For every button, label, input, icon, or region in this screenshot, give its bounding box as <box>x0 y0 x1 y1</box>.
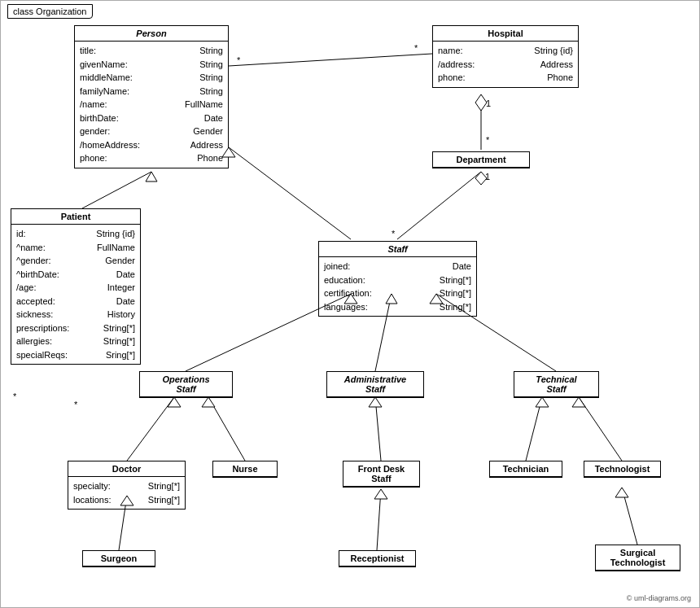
copyright: © uml-diagrams.org <box>627 594 691 602</box>
class-staff-name: Staff <box>319 242 476 257</box>
svg-text:1: 1 <box>486 98 491 108</box>
class-receptionist-name: Receptionist <box>339 551 415 566</box>
svg-text:*: * <box>414 43 418 53</box>
class-hospital-name: Hospital <box>433 26 578 42</box>
class-person-attrs: title:String givenName:String middleName… <box>75 42 228 168</box>
class-patient-name: Patient <box>11 209 140 225</box>
class-patient: Patient id:String {id} ^name:FullName ^g… <box>11 208 141 365</box>
class-doctor: Doctor specialty:String[*] locations:Str… <box>68 461 186 510</box>
class-hospital: Hospital name:String {id} /address:Addre… <box>432 25 579 88</box>
class-administrative-staff: AdministrativeStaff <box>326 371 424 398</box>
class-front-desk-staff-name: Front DeskStaff <box>343 461 419 487</box>
diagram-container: class Organization Person title:String g… <box>0 0 700 608</box>
class-operations-staff-name: OperationsStaff <box>140 372 232 397</box>
class-technician-name: Technician <box>490 461 562 477</box>
svg-text:1: 1 <box>485 172 490 182</box>
svg-line-10 <box>397 172 481 239</box>
class-doctor-attrs: specialty:String[*] locations:String[*] <box>68 477 185 509</box>
class-staff: Staff joined:Date education:String[*] ce… <box>318 241 477 317</box>
class-technologist-name: Technologist <box>584 461 660 477</box>
class-patient-attrs: id:String {id} ^name:FullName ^gender:Ge… <box>11 225 140 364</box>
class-operations-staff: OperationsStaff <box>139 371 233 398</box>
class-technologist: Technologist <box>584 461 661 478</box>
svg-marker-40 <box>615 488 628 497</box>
class-department: Department <box>432 151 530 168</box>
svg-marker-32 <box>536 397 549 407</box>
class-department-name: Department <box>433 152 529 168</box>
class-staff-attrs: joined:Date education:String[*] certific… <box>319 257 476 316</box>
class-technician: Technician <box>489 461 562 478</box>
svg-line-37 <box>377 489 381 550</box>
svg-marker-38 <box>374 489 387 499</box>
class-surgeon-name: Surgeon <box>83 551 155 566</box>
svg-marker-28 <box>202 397 215 407</box>
svg-line-27 <box>208 397 245 461</box>
class-hospital-attrs: name:String {id} /address:Address phone:… <box>433 42 578 87</box>
svg-text:*: * <box>237 55 241 65</box>
class-surgical-technologist: SurgicalTechnologist <box>595 545 680 571</box>
svg-marker-15 <box>146 172 157 182</box>
svg-line-29 <box>375 397 381 461</box>
svg-text:*: * <box>486 135 490 145</box>
svg-marker-11 <box>475 172 487 185</box>
svg-marker-30 <box>369 397 382 407</box>
class-front-desk-staff: Front DeskStaff <box>343 461 420 488</box>
class-technical-staff-name: TechnicalStaff <box>514 372 598 397</box>
class-person: Person title:String givenName:String mid… <box>74 25 229 168</box>
svg-line-31 <box>526 397 542 461</box>
svg-marker-26 <box>168 397 181 407</box>
svg-line-25 <box>127 397 174 461</box>
svg-text:*: * <box>74 400 78 409</box>
diagram-title: class Organization <box>7 4 93 19</box>
class-receptionist: Receptionist <box>339 550 416 567</box>
svg-marker-34 <box>572 397 585 407</box>
class-technical-staff: TechnicalStaff <box>514 371 599 398</box>
class-doctor-name: Doctor <box>68 461 185 477</box>
class-administrative-staff-name: AdministrativeStaff <box>327 372 423 397</box>
class-nurse-name: Nurse <box>213 461 277 477</box>
class-person-name: Person <box>75 26 228 42</box>
svg-line-16 <box>229 147 351 239</box>
svg-line-39 <box>622 488 637 545</box>
svg-text:*: * <box>13 391 17 401</box>
class-nurse: Nurse <box>212 461 278 478</box>
svg-line-33 <box>579 397 622 461</box>
class-surgeon: Surgeon <box>82 550 155 567</box>
class-surgical-technologist-name: SurgicalTechnologist <box>596 545 680 571</box>
svg-line-14 <box>82 172 151 208</box>
svg-line-3 <box>229 54 432 66</box>
svg-text:*: * <box>392 229 396 238</box>
svg-marker-7 <box>475 94 487 111</box>
